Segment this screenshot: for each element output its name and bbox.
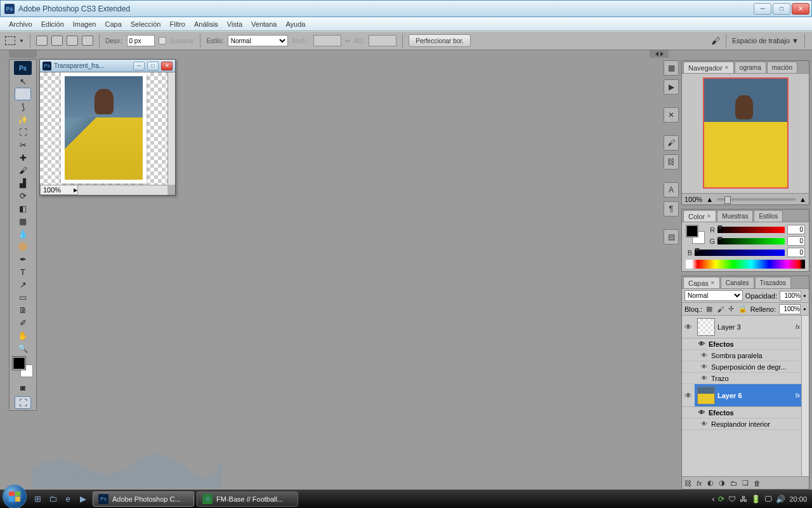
blue-slider[interactable] (695, 250, 785, 256)
tab-canales[interactable]: Canales (721, 277, 754, 288)
task-fmbase[interactable]: ◎FM-Base // Football... (197, 491, 298, 507)
doc-scrollbar-h[interactable] (78, 185, 167, 195)
new-layer-icon[interactable]: ❏ (742, 479, 749, 487)
ql-media-icon[interactable]: ▶ (76, 492, 90, 506)
ql-ie-icon[interactable]: e (61, 492, 75, 506)
task-photoshop[interactable]: PsAdobe Photoshop C... (93, 491, 194, 507)
dock-tools-icon[interactable]: ✕ (664, 107, 679, 123)
folder-icon[interactable]: 🗀 (730, 479, 737, 487)
toolbar-grip[interactable] (9, 50, 37, 58)
opacity-input[interactable] (780, 291, 801, 301)
menu-imagen[interactable]: Imagen (73, 20, 96, 28)
type-tool[interactable]: T (15, 265, 31, 278)
doc-scrollbar-v[interactable] (167, 72, 175, 185)
tab-trazados[interactable]: Trazados (755, 277, 791, 288)
menu-filtro[interactable]: Filtro (169, 20, 185, 28)
layer-mask-icon[interactable]: ◐ (707, 479, 714, 487)
red-input[interactable] (787, 225, 805, 234)
tab-informacion[interactable]: mación (767, 62, 797, 73)
tab-estilos[interactable]: Estilos (754, 210, 782, 222)
dodge-tool[interactable]: 🔆 (15, 240, 31, 253)
dock-histogram-icon[interactable]: ▦ (664, 60, 679, 76)
red-slider[interactable] (717, 227, 785, 233)
nav-zoomin-icon[interactable]: ▲ (799, 196, 806, 203)
pen-tool[interactable]: ✒ (15, 253, 31, 265)
visibility-icon[interactable]: 👁 (682, 323, 695, 331)
layer-thumb[interactable] (697, 318, 715, 336)
menu-seleccion[interactable]: Selección (131, 20, 161, 28)
sel-new-icon[interactable] (36, 36, 48, 46)
move-tool[interactable]: ↖ (15, 75, 31, 88)
lock-trans-icon[interactable]: ▦ (705, 305, 713, 314)
nav-zoom-value[interactable]: 100% (684, 196, 702, 203)
eyedropper-tool[interactable]: ✐ (15, 316, 31, 329)
layer-row-layer3[interactable]: 👁 Layer 3 fx▾ (682, 316, 809, 338)
dock-layercomp-icon[interactable]: ▤ (664, 229, 679, 244)
slice-tool[interactable]: ✂ (15, 138, 31, 151)
brush-tool[interactable]: 🖌 (15, 164, 31, 177)
visibility-icon[interactable]: 👁 (682, 384, 695, 406)
doc-close-button[interactable]: ✕ (161, 62, 173, 70)
layers-scrollbar[interactable] (801, 316, 809, 476)
ql-explorer-icon[interactable]: 🗀 (46, 492, 60, 506)
tray-clock[interactable]: 20:00 (789, 495, 807, 503)
maximize-button[interactable]: □ (773, 3, 790, 15)
minimize-button[interactable]: ─ (754, 3, 771, 15)
nav-zoom-slider[interactable] (717, 198, 796, 201)
menu-analisis[interactable]: Análisis (194, 20, 218, 28)
dock-brushes-icon[interactable]: 🖌 (664, 135, 679, 150)
tray-volume-icon[interactable]: 🔊 (776, 495, 785, 504)
gradient-tool[interactable]: ▦ (15, 215, 31, 227)
tray-display-icon[interactable]: 🖵 (764, 495, 772, 504)
refine-edge-button[interactable]: Perfeccionar bor. (409, 34, 471, 47)
notes-tool[interactable]: 🗎 (15, 304, 31, 316)
fx-stroke[interactable]: 👁Trazo (682, 373, 809, 384)
menu-edicion[interactable]: Edición (41, 20, 64, 28)
quickmask-tool[interactable]: ◙ (15, 381, 31, 394)
path-select-tool[interactable]: ↗ (15, 278, 31, 291)
hand-tool[interactable]: ✋ (15, 329, 31, 342)
doc-minimize-button[interactable]: ─ (133, 62, 145, 70)
sel-add-icon[interactable] (51, 36, 63, 46)
nav-zoomout-icon[interactable]: ▲ (706, 196, 713, 203)
green-input[interactable] (787, 236, 805, 246)
heal-tool[interactable]: ✚ (15, 151, 31, 164)
tray-sync-icon[interactable]: ⟳ (718, 495, 724, 504)
doc-titlebar[interactable]: Ps Transparent_fra... ─ □ ✕ (40, 60, 175, 72)
ps-logo-icon[interactable]: Ps (14, 61, 32, 75)
workspace-menu[interactable]: Espacio de trabajo ▼ (732, 37, 799, 44)
canvas[interactable] (40, 72, 167, 185)
link-layers-icon[interactable]: ⛓ (684, 479, 691, 487)
marquee-preview-icon[interactable] (5, 36, 15, 45)
wand-tool[interactable]: ✨ (15, 113, 31, 126)
fill-input[interactable] (779, 304, 801, 314)
tray-battery-icon[interactable]: 🔋 (751, 495, 761, 504)
layer-fx-icon[interactable]: fx (697, 479, 702, 487)
screenmode-tool[interactable]: ⛶ (15, 396, 31, 409)
fx-innerglow[interactable]: 👁Resplandor interior (682, 418, 809, 430)
color-swatch-box[interactable] (686, 225, 705, 244)
tray-av-icon[interactable]: 🛡 (728, 495, 736, 504)
dock-clone-icon[interactable]: ⛓ (664, 154, 679, 170)
ql-desktop-icon[interactable]: ⊞ (30, 492, 44, 506)
marquee-tool[interactable] (15, 88, 31, 100)
color-swatch[interactable] (13, 357, 33, 377)
tab-navegador[interactable]: Navegador✕ (683, 62, 734, 73)
zoom-tool[interactable]: 🔍 (15, 342, 31, 354)
blur-tool[interactable]: 💧 (15, 227, 31, 240)
fx-gradient[interactable]: 👁Superposición de degr... (682, 361, 809, 373)
menu-vista[interactable]: Vista (227, 20, 242, 28)
sel-intersect-icon[interactable] (82, 36, 93, 46)
color-spectrum[interactable] (686, 260, 805, 269)
lasso-tool[interactable]: ⟆ (15, 100, 31, 113)
tab-histograma[interactable]: ograma (735, 62, 766, 73)
doc-maximize-button[interactable]: □ (147, 62, 159, 70)
tab-muestras[interactable]: Muestras (717, 210, 753, 222)
eraser-tool[interactable]: ◧ (15, 202, 31, 215)
lock-move-icon[interactable]: ✢ (727, 305, 735, 314)
blend-mode-select[interactable]: Normal (684, 290, 743, 301)
navigator-thumbnail[interactable] (703, 77, 789, 189)
fx-header-2[interactable]: 👁Efectos (682, 407, 809, 418)
fx-shadow[interactable]: 👁Sombra paralela (682, 350, 809, 361)
tab-capas[interactable]: Capas✕ (683, 277, 720, 288)
